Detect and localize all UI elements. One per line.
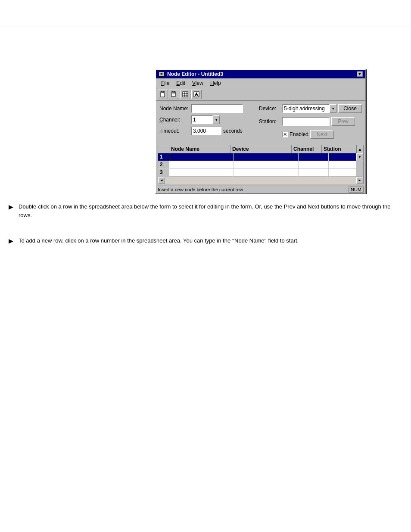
scroll-track-h[interactable] (165, 177, 356, 184)
left-form: Node Name: Channel: ▾ (159, 104, 255, 141)
menu-edit[interactable]: Edit (173, 79, 189, 87)
title-bar-left: = Node Editor - Untitled3 (159, 71, 223, 77)
station-row: Station: Prev (259, 117, 362, 126)
content-area: ▶ Double-click on a row in the spreadshe… (9, 202, 402, 250)
top-rule (0, 27, 411, 27)
node-name-input[interactable] (191, 104, 243, 113)
row-2-channel (299, 161, 329, 168)
grid-header: Node Name Device Channel Station ▲ (158, 145, 363, 153)
toolbar-btn-arrow[interactable] (191, 90, 202, 99)
horizontal-scrollbar: ◄ ► (158, 177, 363, 184)
row-1-channel (299, 153, 329, 161)
device-row: Device: ▾ Close (259, 104, 362, 113)
grid-header-num (158, 145, 169, 153)
page: = Node Editor - Untitled3 ▼ File Edit Vi… (0, 0, 411, 532)
device-input[interactable] (282, 104, 330, 113)
row-3-name (169, 169, 234, 176)
row-1-device (234, 153, 299, 161)
next-button[interactable]: Next (310, 130, 334, 139)
station-input[interactable] (282, 117, 330, 126)
table-row[interactable]: 2 (158, 161, 363, 169)
bullet-arrow-2: ▶ (9, 237, 13, 244)
channel-combo: ▾ (191, 115, 220, 124)
svg-rect-3 (173, 91, 174, 93)
node-name-label: Node Name: (159, 106, 190, 112)
device-label: Device: (259, 106, 280, 112)
enabled-checkbox[interactable]: ✕ (282, 132, 288, 137)
channel-row: Channel: ▾ (159, 115, 255, 124)
row-2-name (169, 161, 234, 168)
scroll-right-btn[interactable]: ► (356, 177, 363, 184)
table-row[interactable]: 3 (158, 169, 363, 177)
num-lock-indicator: NUM (349, 187, 364, 193)
node-editor-window: = Node Editor - Untitled3 ▼ File Edit Vi… (155, 69, 366, 194)
grid-header-device: Device (230, 145, 292, 153)
toolbar-btn-cut[interactable] (169, 90, 179, 99)
menu-file[interactable]: File (158, 79, 173, 87)
channel-dropdown-btn[interactable]: ▾ (213, 115, 220, 124)
station-label: Station: (259, 118, 280, 124)
timeout-label: Timeout: (159, 128, 190, 134)
grid-header-station: Station (322, 145, 356, 153)
menu-bar: File Edit View Help (156, 78, 365, 88)
list-item: ▶ Double-click on a row in the spreadshe… (9, 202, 402, 219)
row-num-2: 2 (158, 161, 169, 168)
menu-view[interactable]: View (189, 79, 207, 87)
toolbar-btn-paste[interactable] (158, 90, 168, 99)
enabled-label: Enabled (290, 131, 308, 137)
scroll-left-btn[interactable]: ◄ (158, 177, 165, 184)
grid-container: Node Name Device Channel Station ▲ 1 (158, 145, 364, 184)
title-bar: = Node Editor - Untitled3 ▼ (156, 70, 365, 78)
maximize-button[interactable]: ▼ (357, 72, 363, 77)
prev-button[interactable]: Prev (331, 117, 355, 126)
grid-scroll-up-btn[interactable]: ▲ (356, 145, 363, 153)
table-row[interactable]: 1 (158, 153, 363, 161)
row-3-device (234, 169, 299, 176)
timeout-input[interactable] (191, 127, 221, 135)
node-name-row: Node Name: (159, 104, 255, 113)
row-num-3: 3 (158, 169, 169, 176)
row-1-name (169, 153, 234, 161)
toolbar-btn-grid[interactable] (180, 90, 190, 99)
vertical-scrollbar: ▼ (356, 153, 363, 177)
enabled-row: ✕ Enabled Next (259, 130, 362, 139)
menu-help[interactable]: Help (207, 79, 224, 87)
svg-rect-5 (183, 92, 188, 97)
bullet-text-1: Double-click on a row in the spreadsheet… (19, 202, 402, 219)
device-dropdown-btn[interactable]: ▾ (330, 104, 336, 113)
bullet-text-2: To add a new row, click on a row number … (19, 236, 299, 245)
grid-header-name: Node Name (169, 145, 230, 153)
scroll-down-btn[interactable]: ▼ (356, 153, 363, 160)
row-3-channel (299, 169, 329, 176)
close-button[interactable]: Close (338, 104, 362, 113)
timeout-suffix: seconds (223, 128, 243, 134)
list-item: ▶ To add a new row, click on a row numbe… (9, 236, 402, 245)
status-bar: Insert a new node before the current row… (156, 186, 365, 193)
toolbar (156, 88, 365, 101)
title-bar-controls: ▼ (357, 72, 363, 77)
row-2-device (234, 161, 299, 168)
form-area: Node Name: Channel: ▾ (156, 101, 365, 145)
status-text: Insert a new node before the current row (158, 187, 345, 192)
channel-input[interactable] (191, 115, 213, 124)
timeout-row: Timeout: seconds (159, 127, 255, 135)
window-title: Node Editor - Untitled3 (167, 71, 223, 77)
grid-header-channel: Channel (292, 145, 322, 153)
svg-rect-1 (162, 91, 164, 93)
right-form: Device: ▾ Close Station: Prev (259, 104, 362, 141)
window-frame: = Node Editor - Untitled3 ▼ File Edit Vi… (155, 69, 366, 194)
device-combo: ▾ (282, 104, 336, 113)
bullet-arrow-1: ▶ (9, 203, 13, 210)
row-num-1: 1 (158, 153, 169, 161)
channel-label: Channel: (159, 117, 190, 123)
grid-body: 1 2 3 (158, 153, 363, 177)
window-icon[interactable]: = (159, 72, 165, 77)
